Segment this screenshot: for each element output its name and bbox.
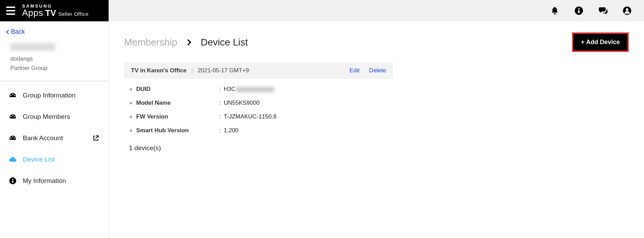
brand-seller: Seller Office xyxy=(58,11,89,17)
device-card-header: TV in Karen's Office | 2021-05-17 GMT+9 … xyxy=(124,62,393,79)
user-group: Partner Group xyxy=(10,63,98,73)
nav-label: Group Members xyxy=(23,113,70,121)
user-icon[interactable] xyxy=(623,6,632,15)
nav-label: My Information xyxy=(23,177,66,185)
field-value: UN55KS9000 xyxy=(224,100,260,106)
device-card: TV in Karen's Office | 2021-05-17 GMT+9 … xyxy=(124,62,393,159)
sidebar: SAMSUNG AppsTV Seller Office Back dodang… xyxy=(0,0,109,238)
user-name-blurred xyxy=(10,43,55,51)
user-block: dodangs Partner Group xyxy=(0,40,109,81)
bell-icon[interactable] xyxy=(550,6,559,15)
breadcrumb-page: Device List xyxy=(201,37,248,48)
sidebar-nav: Group Information Group Members Bank Acc… xyxy=(0,81,109,195)
bullet-icon xyxy=(130,88,132,91)
field-label: Smart Hub Version xyxy=(136,127,216,134)
device-count: 1 device(s) xyxy=(124,137,393,159)
brand-apps: Apps xyxy=(22,8,43,18)
main: Membership Device List + Add Device TV i… xyxy=(109,0,644,238)
cloud-icon xyxy=(9,156,17,163)
field-duid: DUID : H3C xyxy=(128,82,390,96)
add-device-button[interactable]: + Add Device xyxy=(572,32,629,52)
user-id: dodangs xyxy=(10,54,98,63)
chevron-right-icon xyxy=(187,37,191,48)
field-label: Model Name xyxy=(136,100,216,106)
device-fields: DUID : H3C Model Name : UN55KS9000 FW Ve… xyxy=(124,79,393,137)
sidebar-item-bank-account[interactable]: Bank Account xyxy=(0,127,109,149)
brand-tv: TV xyxy=(45,9,56,17)
delete-link[interactable]: Delete xyxy=(369,67,386,74)
blurred-value xyxy=(236,87,274,92)
field-smart-hub-version: Smart Hub Version : 1.200 xyxy=(128,124,390,137)
svg-point-1 xyxy=(12,179,13,180)
external-link-icon xyxy=(93,135,99,141)
brand-logo[interactable]: SAMSUNG AppsTV Seller Office xyxy=(22,4,89,18)
dashboard-icon xyxy=(9,135,17,142)
nav-label: Group Information xyxy=(23,92,76,99)
info-circle-icon[interactable] xyxy=(574,6,583,15)
svg-rect-5 xyxy=(578,10,580,13)
bullet-icon xyxy=(130,116,132,118)
breadcrumb: Membership Device List xyxy=(124,37,248,48)
svg-point-7 xyxy=(626,8,628,11)
chevron-left-icon xyxy=(6,30,9,34)
info-icon xyxy=(9,177,17,184)
content: Membership Device List + Add Device TV i… xyxy=(109,21,644,170)
device-title: TV in Karen's Office xyxy=(131,67,187,74)
field-label: FW Version xyxy=(136,113,216,120)
svg-point-4 xyxy=(578,8,580,9)
menu-icon[interactable] xyxy=(6,7,15,15)
breadcrumb-section[interactable]: Membership xyxy=(124,37,177,48)
dashboard-icon xyxy=(9,92,17,99)
svg-rect-2 xyxy=(12,180,13,183)
field-model-name: Model Name : UN55KS9000 xyxy=(128,96,390,110)
field-label: DUID xyxy=(136,86,216,93)
header-row: Membership Device List + Add Device xyxy=(124,32,629,52)
nav-label: Device List xyxy=(23,156,55,163)
sidebar-item-group-information[interactable]: Group Information xyxy=(0,85,109,106)
bullet-icon xyxy=(130,130,132,132)
field-value: H3C xyxy=(224,86,274,93)
sidebar-item-device-list[interactable]: Device List xyxy=(0,149,109,170)
back-label: Back xyxy=(11,28,25,35)
field-fw-version: FW Version : T-JZMAKUC-1150.8 xyxy=(128,110,390,124)
edit-link[interactable]: Edit xyxy=(350,67,360,74)
field-value: 1.200 xyxy=(224,127,239,134)
dashboard-icon xyxy=(9,113,17,120)
field-value: T-JZMAKUC-1150.8 xyxy=(224,113,276,120)
nav-label: Bank Account xyxy=(23,134,63,142)
chat-icon[interactable] xyxy=(598,6,607,15)
back-link[interactable]: Back xyxy=(0,21,109,40)
separator: | xyxy=(191,67,193,74)
device-date: 2021-05-17 GMT+9 xyxy=(198,67,249,74)
topbar xyxy=(109,0,644,21)
sidebar-header: SAMSUNG AppsTV Seller Office xyxy=(0,0,109,21)
sidebar-item-group-members[interactable]: Group Members xyxy=(0,106,109,127)
bullet-icon xyxy=(130,102,132,104)
sidebar-item-my-information[interactable]: My Information xyxy=(0,170,109,192)
